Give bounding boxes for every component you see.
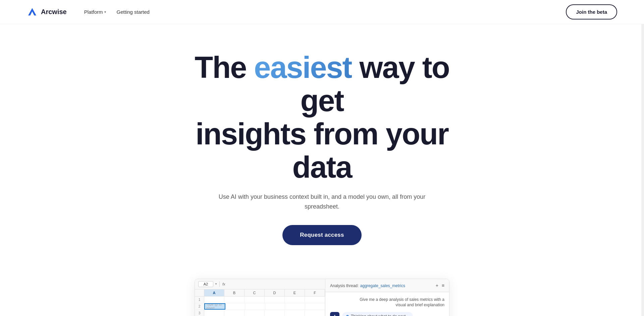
cell-reference: A2 xyxy=(198,281,213,287)
hero-title-line2: insights from your data xyxy=(196,117,448,184)
join-beta-button[interactable]: Join the beta xyxy=(566,4,617,19)
grid-cell[interactable] xyxy=(225,303,246,310)
grid-cell[interactable] xyxy=(305,303,325,310)
column-headers-row: A B C D E F xyxy=(195,289,325,297)
navbar-left: Arcwise Platform ▾ Getting started xyxy=(27,6,154,17)
grid-cell[interactable] xyxy=(305,297,325,303)
platform-nav-link[interactable]: Platform ▾ xyxy=(80,6,110,17)
ai-panel-actions: + ≡ xyxy=(436,283,444,288)
col-header-B: B xyxy=(224,289,245,296)
add-thread-icon[interactable]: + xyxy=(436,283,438,288)
formula-icon: fx xyxy=(222,282,225,286)
table-row: 3 xyxy=(195,310,325,316)
navbar-right: Join the beta xyxy=(566,4,617,19)
row-number: 2 xyxy=(195,303,204,310)
nav-links: Platform ▾ Getting started xyxy=(80,6,154,17)
ai-thread-name[interactable]: aggregate_sales_metrics xyxy=(360,283,405,288)
col-header-F: F xyxy=(305,289,325,296)
col-header-E: E xyxy=(285,289,305,296)
ai-panel-body: Give me a deep analysis of sales metrics… xyxy=(325,292,449,316)
chevron-down-icon: ▾ xyxy=(104,10,106,14)
col-header-D: D xyxy=(265,289,285,296)
ai-panel: Analysis thread: aggregate_sales_metrics… xyxy=(325,279,449,316)
request-access-button[interactable]: Request access xyxy=(282,225,361,245)
ai-thread-label: Analysis thread: xyxy=(330,283,359,288)
grid-cell[interactable] xyxy=(245,310,265,316)
ai-user-message: Give me a deep analysis of sales metrics… xyxy=(351,297,444,308)
grid-cell[interactable] xyxy=(204,297,224,303)
getting-started-nav-link[interactable]: Getting started xyxy=(113,6,154,17)
ai-thread-info: Analysis thread: aggregate_sales_metrics xyxy=(330,282,405,288)
ai-thinking-bubble: Thinking about what to do next... xyxy=(342,312,413,316)
row-number: 3 xyxy=(195,310,204,316)
dropdown-arrow-icon: ▾ xyxy=(215,282,217,285)
row-number: 1 xyxy=(195,297,204,303)
logo[interactable]: Arcwise xyxy=(27,7,67,17)
toolbar-separator xyxy=(219,281,220,287)
hero-section: The easiest way to get insights from you… xyxy=(0,24,644,265)
grid-cell[interactable] xyxy=(305,310,325,316)
getting-started-label: Getting started xyxy=(117,9,150,15)
ai-thinking-text: Thinking about what to do next... xyxy=(351,314,409,316)
row-number-header xyxy=(195,289,204,296)
hero-subtitle: Use AI with your business context built … xyxy=(218,192,426,212)
selected-grid-cell[interactable]: Type @ to insert xyxy=(204,303,225,310)
platform-label: Platform xyxy=(84,9,103,15)
grid-cell[interactable] xyxy=(265,297,285,303)
brand-name: Arcwise xyxy=(41,8,67,16)
menu-icon[interactable]: ≡ xyxy=(442,283,444,288)
grid-cell[interactable] xyxy=(245,303,265,310)
spreadsheet-toolbar: A2 ▾ fx xyxy=(195,279,325,289)
hero-title: The easiest way to get insights from you… xyxy=(171,51,473,184)
demo-container: A2 ▾ fx A B C D E F 1 xyxy=(0,265,644,316)
grid-cell[interactable] xyxy=(285,303,305,310)
spreadsheet-grid: A B C D E F 1 xyxy=(195,289,325,316)
grid-cell[interactable] xyxy=(285,297,305,303)
arcwise-ai-icon xyxy=(332,314,337,316)
hero-title-highlight: easiest xyxy=(254,51,352,84)
ai-avatar xyxy=(330,312,339,316)
page-scrollbar[interactable] xyxy=(641,0,644,316)
col-header-C: C xyxy=(245,289,265,296)
table-row: 1 xyxy=(195,297,325,303)
demo-window: A2 ▾ fx A B C D E F 1 xyxy=(195,279,449,316)
grid-cell[interactable] xyxy=(285,310,305,316)
grid-cell[interactable] xyxy=(224,310,245,316)
ai-response-row: Thinking about what to do next... xyxy=(330,312,444,316)
col-header-A: A xyxy=(204,289,224,296)
arcwise-logo-icon xyxy=(27,7,38,17)
ai-panel-header: Analysis thread: aggregate_sales_metrics… xyxy=(325,279,449,292)
grid-cell[interactable] xyxy=(245,297,265,303)
table-row: 2 Type @ to insert xyxy=(195,303,325,310)
grid-cell[interactable] xyxy=(204,310,224,316)
grid-cell[interactable] xyxy=(224,297,245,303)
spreadsheet-panel: A2 ▾ fx A B C D E F 1 xyxy=(195,279,325,316)
grid-cell[interactable] xyxy=(265,303,285,310)
navbar: Arcwise Platform ▾ Getting started Join … xyxy=(0,0,644,24)
hero-title-part1: The xyxy=(195,51,254,84)
grid-cell[interactable] xyxy=(265,310,285,316)
